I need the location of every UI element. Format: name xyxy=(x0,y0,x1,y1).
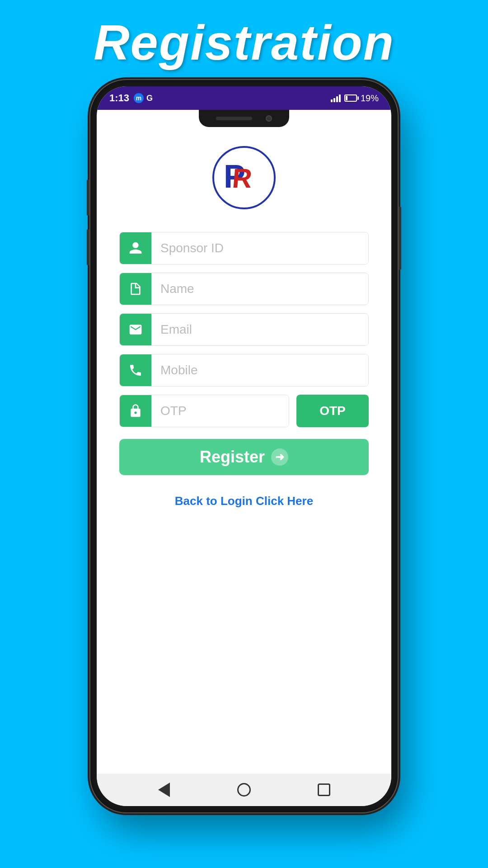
battery-icon xyxy=(344,94,357,102)
click-here-link[interactable]: Click Here xyxy=(256,494,313,508)
app-logo: P R xyxy=(212,146,276,209)
otp-field[interactable] xyxy=(151,395,289,427)
sponsor-id-input-row xyxy=(119,232,369,264)
name-input-row xyxy=(119,273,369,305)
name-icon xyxy=(120,273,151,305)
mobile-icon xyxy=(120,354,151,386)
recent-square-icon xyxy=(318,783,330,796)
sponsor-id-field[interactable] xyxy=(151,232,368,264)
messenger-icon: m xyxy=(134,93,144,103)
otp-input-container xyxy=(119,395,289,427)
home-circle-icon xyxy=(237,783,251,797)
back-triangle-icon xyxy=(158,783,170,797)
get-otp-button[interactable]: OTP xyxy=(296,395,369,427)
email-field[interactable] xyxy=(151,314,368,345)
name-field[interactable] xyxy=(151,273,368,305)
svg-text:R: R xyxy=(231,163,253,193)
nav-back-button[interactable] xyxy=(153,778,175,801)
back-to-login-text: Back to Login xyxy=(175,494,253,508)
email-input-row xyxy=(119,313,369,346)
phone-screen: 1:13 m G 19% xyxy=(97,86,391,806)
app-content: P R xyxy=(97,110,391,774)
signal-icon xyxy=(331,94,341,102)
wifi-icon: G xyxy=(146,94,153,103)
register-arrow-icon: ➜ xyxy=(271,448,288,466)
battery-percent: 19% xyxy=(361,93,379,104)
otp-icon xyxy=(120,395,151,427)
sponsor-id-icon xyxy=(120,232,151,264)
notch-speaker xyxy=(216,117,252,120)
page-title-text: Registration xyxy=(94,14,394,71)
notch-camera xyxy=(266,115,272,122)
status-right: 19% xyxy=(331,93,379,104)
phone-frame: 1:13 m G 19% xyxy=(90,80,398,812)
side-button-left-top xyxy=(87,179,89,216)
register-button[interactable]: Register ➜ xyxy=(119,439,369,475)
registration-form: OTP Register ➜ Back to Login Click Here xyxy=(119,232,369,508)
notch xyxy=(199,110,289,127)
otp-row: OTP xyxy=(119,395,369,427)
side-button-right xyxy=(399,207,401,270)
bottom-nav xyxy=(97,774,391,806)
nav-home-button[interactable] xyxy=(233,778,255,801)
status-bar: 1:13 m G 19% xyxy=(97,86,391,110)
email-icon xyxy=(120,314,151,345)
nav-recent-button[interactable] xyxy=(313,778,335,801)
status-icons: m G xyxy=(134,93,153,103)
mobile-input-row xyxy=(119,354,369,387)
register-label: Register xyxy=(200,448,265,467)
status-time: 1:13 xyxy=(109,92,129,104)
side-button-left-bottom xyxy=(87,229,89,265)
mobile-field[interactable] xyxy=(151,354,368,386)
status-left: 1:13 m G xyxy=(109,92,153,104)
back-to-login: Back to Login Click Here xyxy=(119,494,369,508)
